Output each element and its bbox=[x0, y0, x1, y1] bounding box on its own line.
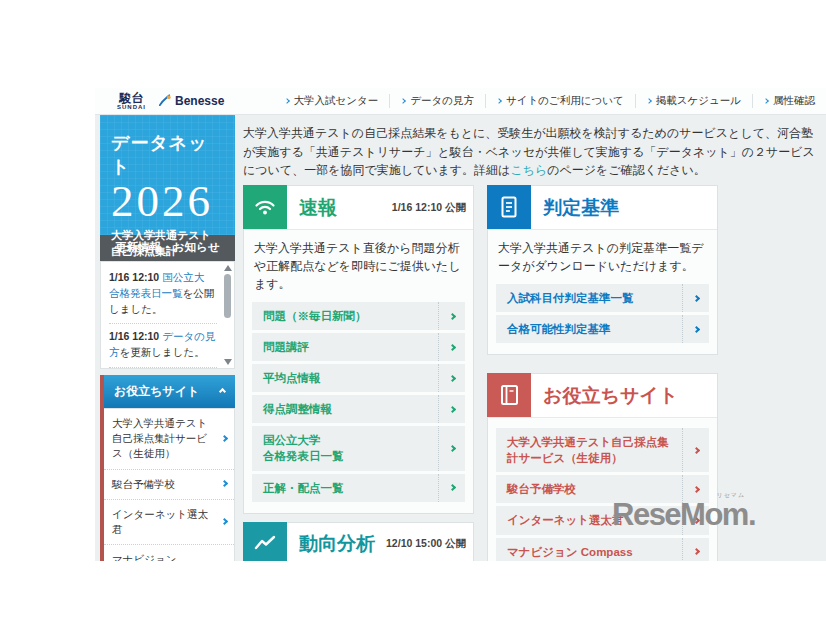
link-row-heikinten[interactable]: 平均点情報 bbox=[252, 364, 465, 392]
chevron-right-icon bbox=[438, 474, 465, 502]
link-row-manavision-compass[interactable]: マナビジョン Compass bbox=[496, 538, 709, 561]
book-icon bbox=[487, 373, 531, 417]
link-row-goukaku-happyoubi[interactable]: 国公立大学 合格発表日一覧 bbox=[252, 426, 465, 470]
chevron-right-icon bbox=[682, 428, 709, 472]
banner-year: 2026 bbox=[111, 179, 224, 225]
chevron-right-icon bbox=[438, 302, 465, 330]
sidebar-item-sundai-school[interactable]: 駿台予備学校 bbox=[104, 470, 234, 500]
hantei-links: 入試科目付判定基準一覧 合格可能性判定基準 bbox=[488, 284, 717, 354]
link-row-mondai-kouhyou[interactable]: 問題講評 bbox=[252, 333, 465, 361]
nav-label: 大学入試センター bbox=[294, 94, 379, 108]
link-label: 正解・配点一覧 bbox=[252, 474, 438, 502]
link-row-sundai-school[interactable]: 駿台予備学校 bbox=[496, 475, 709, 503]
main-column-left: 速報 1/16 12:10 公開 大学入学共通テスト直後から問題分析や正解配点な… bbox=[243, 185, 474, 561]
scroll-down-icon[interactable] bbox=[224, 359, 232, 365]
sidebar-item-label: インターネット選太君 bbox=[112, 508, 208, 535]
chevron-right-icon bbox=[438, 395, 465, 423]
sundai-logo-kanji: 駿台 bbox=[120, 92, 144, 104]
sidebar-item-self-scoring-service[interactable]: 大学入学共通テスト自己採点集計サービス（生徒用） bbox=[104, 409, 234, 470]
news-suffix: を更新しました。 bbox=[120, 346, 205, 358]
sokuho-title: 速報 bbox=[299, 195, 337, 221]
link-row-tokuten-chousei[interactable]: 得点調整情報 bbox=[252, 395, 465, 423]
nav-item-schedule[interactable]: 掲載スケジュール bbox=[635, 94, 752, 108]
news-date: 1/16 12:10 bbox=[109, 330, 159, 342]
accordion-header-useful-sites[interactable]: お役立ちサイト bbox=[104, 375, 235, 408]
chevron-right-icon bbox=[682, 538, 709, 561]
doukou-published: 12/10 15:00 公開 bbox=[386, 537, 473, 551]
link-label: 得点調整情報 bbox=[252, 395, 438, 423]
datanet-2026-banner[interactable]: データネット 2026 大学入学共通テスト 自己採点集計 bbox=[100, 115, 235, 235]
scrollbar-thumb[interactable] bbox=[224, 274, 231, 318]
nav-label: 掲載スケジュール bbox=[656, 94, 741, 108]
hantei-description: 大学入学共通テストの判定基準一覧データがダウンロードいただけます。 bbox=[488, 230, 717, 284]
nav-label: 属性確認 bbox=[773, 94, 815, 108]
chevron-right-icon bbox=[763, 98, 769, 104]
link-label: 入試科目付判定基準一覧 bbox=[496, 284, 682, 312]
news-list: 1/16 12:10 国公立大 合格発表日一覧を公開しました。 1/16 12:… bbox=[100, 261, 235, 369]
accordion-title: お役立ちサイト bbox=[114, 383, 199, 400]
nav-item-how-to-read-data[interactable]: データの見方 bbox=[389, 94, 485, 108]
chevron-right-icon bbox=[682, 475, 709, 503]
hantei-card: 判定基準 大学入学共通テストの判定基準一覧データがダウンロードいただけます。 入… bbox=[487, 185, 718, 355]
sidebar-accordion-useful-sites: お役立ちサイト 大学入学共通テスト自己採点集計サービス（生徒用） 駿台予備学校 … bbox=[100, 375, 235, 561]
benesse-logo-text: Benesse bbox=[175, 94, 224, 108]
link-label: 合格可能性判定基準 bbox=[496, 315, 682, 343]
chevron-right-icon bbox=[646, 98, 652, 104]
sidebar-item-sentakun[interactable]: インターネット選太君 bbox=[104, 500, 234, 545]
link-label: 駿台予備学校 bbox=[496, 475, 682, 503]
chevron-right-icon bbox=[496, 98, 502, 104]
sidebar-item-label: 駿台予備学校 bbox=[112, 478, 175, 490]
oyakudachi-title: お役立ちサイト bbox=[543, 383, 678, 409]
sundai-logo[interactable]: 駿台 SUNDAI bbox=[117, 92, 146, 110]
link-label: 国公立大学 合格発表日一覧 bbox=[252, 426, 438, 470]
chevron-right-icon bbox=[221, 480, 228, 487]
link-row-seikai-haiten[interactable]: 正解・配点一覧 bbox=[252, 474, 465, 502]
nav-item-exam-center[interactable]: 大学入試センター bbox=[274, 94, 390, 108]
nav-label: データの見方 bbox=[410, 94, 474, 108]
link-label: 大学入学共通テスト自己採点集計サービス（生徒用） bbox=[496, 428, 682, 472]
intro-text: のページをご確認ください。 bbox=[547, 163, 706, 177]
scroll-up-icon[interactable] bbox=[224, 265, 232, 271]
benesse-logo[interactable]: Benesse bbox=[158, 93, 224, 110]
doukou-card-header: 動向分析 12/10 15:00 公開 bbox=[244, 523, 473, 561]
nav-item-site-usage[interactable]: サイトのご利用について bbox=[485, 94, 635, 108]
doukou-card: 動向分析 12/10 15:00 公開 今年度の大学入学共通テストの全体概況ほか… bbox=[243, 522, 474, 561]
benesse-figure-icon bbox=[158, 93, 172, 110]
link-row-sentakun[interactable]: インターネット選太君 bbox=[496, 506, 709, 534]
top-bar: 駿台 SUNDAI Benesse 大学入試センター データの見方 サイトのご利… bbox=[95, 88, 826, 115]
doukou-title: 動向分析 bbox=[299, 531, 375, 557]
chevron-right-icon bbox=[284, 98, 290, 104]
nav-item-attribute-check[interactable]: 属性確認 bbox=[752, 94, 826, 108]
news-scrollbar[interactable] bbox=[223, 265, 232, 365]
intro-kochira-link[interactable]: こちら bbox=[510, 163, 547, 177]
sokuho-card: 速報 1/16 12:10 公開 大学入学共通テスト直後から問題分析や正解配点な… bbox=[243, 185, 474, 514]
oyakudachi-card: お役立ちサイト 大学入学共通テスト自己採点集計サービス（生徒用） 駿台予備学校 … bbox=[487, 373, 718, 561]
link-row-mondai[interactable]: 問題（※毎日新聞） bbox=[252, 302, 465, 330]
top-nav: 大学入試センター データの見方 サイトのご利用について 掲載スケジュール 属性確… bbox=[274, 88, 826, 114]
link-row-nyuushi-kamoku-hantei[interactable]: 入試科目付判定基準一覧 bbox=[496, 284, 709, 312]
sidebar-item-manavision-compass[interactable]: マナビジョン Compass bbox=[104, 545, 234, 561]
intro-paragraph: 大学入学共通テストの自己採点結果をもとに、受験生が出願校を検討するためのサービス… bbox=[243, 124, 821, 180]
chevron-right-icon bbox=[438, 426, 465, 470]
link-label: 問題講評 bbox=[252, 333, 438, 361]
link-row-goukaku-kanousei[interactable]: 合格可能性判定基準 bbox=[496, 315, 709, 343]
oyakudachi-links: 大学入学共通テスト自己採点集計サービス（生徒用） 駿台予備学校 インターネット選… bbox=[488, 418, 717, 561]
link-label: 平均点情報 bbox=[252, 364, 438, 392]
chevron-right-icon bbox=[438, 333, 465, 361]
oyakudachi-card-header: お役立ちサイト bbox=[488, 374, 717, 418]
link-row-self-scoring-service[interactable]: 大学入学共通テスト自己採点集計サービス（生徒用） bbox=[496, 428, 709, 472]
news-item: 1/16 12:10 データの見方を更新しました。 bbox=[109, 324, 217, 368]
sokuho-description: 大学入学共通テスト直後から問題分析や正解配点などを即時にご提供いたします。 bbox=[244, 230, 473, 302]
accordion-items: 大学入学共通テスト自己採点集計サービス（生徒用） 駿台予備学校 インターネット選… bbox=[104, 408, 235, 561]
page: 駿台 SUNDAI Benesse 大学入試センター データの見方 サイトのご利… bbox=[0, 0, 826, 620]
hantei-card-header: 判定基準 bbox=[488, 186, 717, 230]
chevron-right-icon bbox=[221, 435, 228, 442]
sokuho-published: 1/16 12:10 公開 bbox=[392, 201, 473, 215]
sokuho-card-header: 速報 1/16 12:10 公開 bbox=[244, 186, 473, 230]
chevron-right-icon bbox=[400, 98, 406, 104]
link-label: インターネット選太君 bbox=[496, 506, 682, 534]
chevron-up-icon bbox=[219, 388, 226, 395]
chevron-right-icon bbox=[438, 364, 465, 392]
news-item: 1/16 12:10 国公立大 合格発表日一覧を公開しました。 bbox=[109, 265, 217, 324]
trend-chart-icon bbox=[243, 522, 287, 561]
